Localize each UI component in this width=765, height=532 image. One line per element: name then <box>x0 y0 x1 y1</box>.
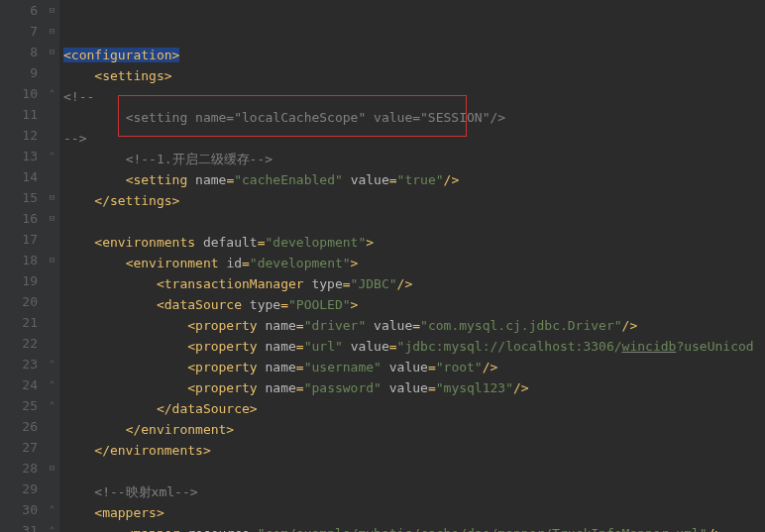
code-line[interactable]: <environments default="development"> <box>63 232 765 253</box>
line-number: 30 <box>0 499 38 520</box>
fold-open-icon[interactable]: ⊟ <box>48 464 56 473</box>
line-number: 28 <box>0 458 38 479</box>
code-area[interactable]: <configuration> <settings><!-- <setting … <box>59 0 765 532</box>
fold-open-icon[interactable]: ⊟ <box>48 48 56 56</box>
line-number: 15 <box>0 187 38 208</box>
line-number-gutter: 6789101112131415161718192021222324252627… <box>0 0 46 532</box>
code-line[interactable]: <!--映射xml--> <box>63 481 765 502</box>
fold-close-icon[interactable]: ⌃ <box>48 401 56 410</box>
code-line[interactable]: <property name="driver" value="com.mysql… <box>63 315 765 336</box>
code-line[interactable]: --> <box>63 128 765 149</box>
line-number: 20 <box>0 291 38 312</box>
fold-open-icon[interactable]: ⊟ <box>48 214 56 223</box>
fold-open-icon[interactable]: ⊟ <box>48 27 56 36</box>
line-number: 31 <box>0 520 38 532</box>
fold-close-icon[interactable]: ⌃ <box>48 360 56 369</box>
fold-column[interactable]: ⊟⊟⊟⌃⌃⊟⊟⊟⌃⌃⌃⊟⌃⌃ <box>46 0 59 532</box>
code-line[interactable] <box>63 461 765 481</box>
code-line[interactable]: <property name="username" value="root"/> <box>63 357 765 377</box>
fold-close-icon[interactable]: ⌃ <box>48 505 56 514</box>
fold-close-icon[interactable]: ⌃ <box>48 89 56 98</box>
fold-close-icon[interactable]: ⌃ <box>48 380 56 389</box>
line-number: 9 <box>0 62 38 83</box>
line-number: 25 <box>0 395 38 416</box>
line-number: 14 <box>0 166 38 187</box>
code-line[interactable]: </environments> <box>63 440 765 461</box>
line-number: 24 <box>0 374 38 395</box>
line-number: 6 <box>0 0 38 21</box>
code-line[interactable]: <transactionManager type="JDBC"/> <box>63 273 765 294</box>
code-line[interactable]: <settings> <box>63 65 765 86</box>
code-line[interactable]: </dataSource> <box>63 398 765 419</box>
code-line[interactable]: <property name="password" value="mysql12… <box>63 377 765 398</box>
code-line[interactable] <box>63 211 765 232</box>
code-line[interactable]: <!--1.开启二级缓存--> <box>63 149 765 169</box>
line-number: 26 <box>0 416 38 437</box>
fold-close-icon[interactable]: ⌃ <box>48 526 56 532</box>
code-line[interactable]: <setting name="cacheEnabled" value="true… <box>63 169 765 190</box>
line-number: 18 <box>0 250 38 270</box>
line-number: 17 <box>0 229 38 250</box>
code-line[interactable]: <dataSource type="POOLED"> <box>63 294 765 315</box>
code-line[interactable]: </environment> <box>63 419 765 440</box>
line-number: 7 <box>0 21 38 42</box>
code-line[interactable]: <property name="url" value="jdbc:mysql:/… <box>63 336 765 357</box>
line-number: 21 <box>0 312 38 333</box>
code-line[interactable]: <setting name="localCacheScope" value="S… <box>63 107 765 128</box>
line-number: 16 <box>0 208 38 229</box>
line-number: 12 <box>0 125 38 146</box>
line-number: 10 <box>0 83 38 104</box>
fold-close-icon[interactable]: ⌃ <box>48 152 56 160</box>
code-editor[interactable]: 6789101112131415161718192021222324252627… <box>0 0 765 532</box>
line-number: 8 <box>0 42 38 62</box>
code-line[interactable]: <mapper resource="com/example/mybatis/ca… <box>63 523 765 532</box>
line-number: 19 <box>0 270 38 291</box>
fold-open-icon[interactable]: ⊟ <box>48 6 56 15</box>
code-line[interactable]: </settings> <box>63 190 765 211</box>
line-number: 22 <box>0 333 38 354</box>
line-number: 11 <box>0 104 38 125</box>
code-line[interactable]: <!-- <box>63 86 765 107</box>
line-number: 29 <box>0 479 38 499</box>
line-number: 13 <box>0 146 38 166</box>
code-line[interactable]: <environment id="development"> <box>63 253 765 273</box>
code-line[interactable]: <mappers> <box>63 502 765 523</box>
code-line[interactable]: <configuration> <box>63 45 765 65</box>
fold-open-icon[interactable]: ⊟ <box>48 256 56 265</box>
line-number: 27 <box>0 437 38 458</box>
fold-open-icon[interactable]: ⊟ <box>48 193 56 202</box>
line-number: 23 <box>0 354 38 374</box>
